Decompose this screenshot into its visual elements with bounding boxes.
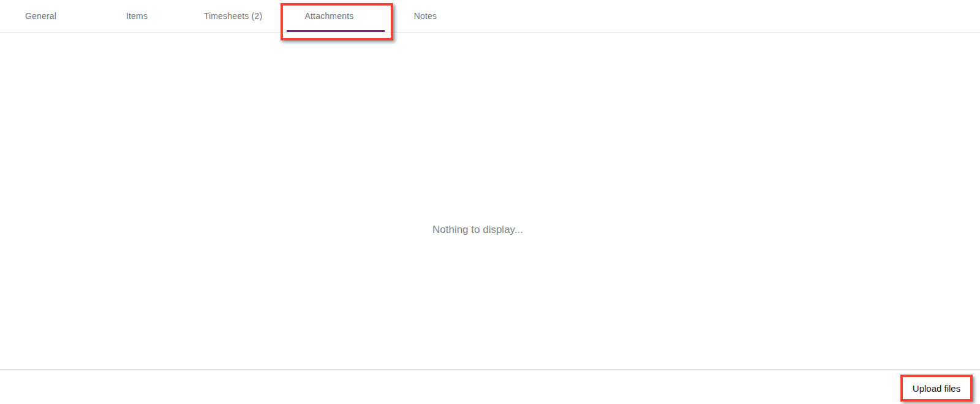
annotation-box-upload-files: Upload files: [900, 375, 973, 402]
attachments-page: General Items Timesheets (2) Attachments…: [0, 0, 980, 404]
tab-bar: General Items Timesheets (2) Attachments…: [0, 0, 980, 32]
tab-general[interactable]: General: [0, 0, 89, 32]
tab-content-area: Nothing to display...: [0, 32, 980, 370]
active-tab-indicator: [287, 30, 385, 32]
upload-files-button[interactable]: Upload files: [908, 381, 965, 396]
footer-bar: Upload files: [0, 370, 980, 404]
tab-attachments[interactable]: Attachments: [281, 0, 377, 32]
tab-timesheets[interactable]: Timesheets (2): [185, 0, 281, 32]
tab-items[interactable]: Items: [89, 0, 185, 32]
tab-notes[interactable]: Notes: [377, 0, 473, 32]
empty-state-message: Nothing to display...: [0, 224, 956, 236]
